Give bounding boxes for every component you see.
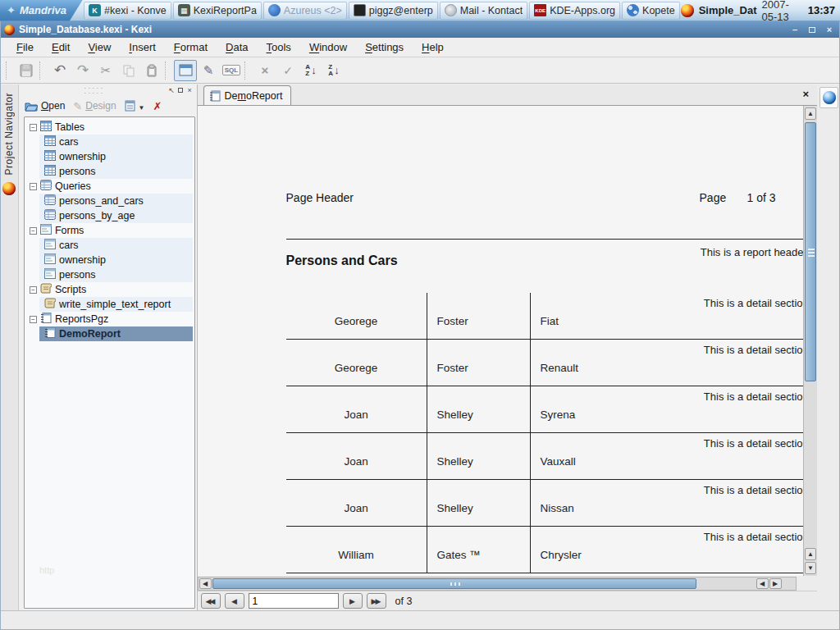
kexi-tray-icon[interactable] bbox=[681, 4, 694, 17]
data-view-button[interactable] bbox=[174, 60, 197, 81]
maximize-button[interactable] bbox=[806, 24, 819, 35]
project-navigator-tab-icon[interactable] bbox=[2, 182, 16, 195]
tree-group-tables[interactable]: −Tables bbox=[25, 120, 194, 135]
report-table: This is a detail sectioGeoregeFosterFiat… bbox=[286, 293, 805, 573]
scroll-left-button[interactable]: ◀ bbox=[199, 578, 212, 589]
collapse-icon[interactable]: − bbox=[30, 183, 37, 190]
sort-az-button[interactable]: AZ↓ bbox=[299, 60, 322, 81]
minimize-button[interactable]: – bbox=[788, 24, 801, 35]
new-object-button[interactable]: ▼ bbox=[122, 98, 148, 113]
vertical-scrollbar-thumb[interactable] bbox=[805, 122, 816, 381]
collapse-icon[interactable]: − bbox=[30, 316, 37, 323]
tree-item-label: persons bbox=[59, 166, 95, 177]
tree-item-queries-persons-and-cars[interactable]: persons_and_cars bbox=[25, 194, 194, 208]
next-page-button[interactable]: ▶ bbox=[343, 593, 363, 609]
collapse-icon[interactable]: − bbox=[30, 124, 37, 131]
dock-restore-button[interactable]: ↖ bbox=[167, 86, 176, 94]
sort-za-button[interactable]: ZA↓ bbox=[322, 60, 345, 81]
taskbar-task-azureus-2[interactable]: Azureus <2> bbox=[263, 2, 347, 20]
vertical-scrollbar[interactable]: ▲ ▲ ▼ bbox=[803, 106, 817, 576]
copy-button[interactable] bbox=[117, 60, 140, 81]
design-button[interactable]: ✎ Design bbox=[71, 98, 118, 114]
menu-data[interactable]: Data bbox=[217, 39, 257, 56]
taskbar-task-kopete[interactable]: Kopete bbox=[622, 2, 680, 20]
page-number-input[interactable] bbox=[249, 593, 339, 609]
design-view-button[interactable]: ✎ bbox=[197, 60, 220, 81]
tree-group-queries[interactable]: −Queries bbox=[25, 179, 194, 194]
azureus-icon bbox=[268, 4, 281, 16]
accept-button[interactable]: ✓ bbox=[276, 60, 299, 81]
tree-item-tables-persons[interactable]: persons bbox=[25, 164, 194, 179]
tree-item-scripts-write-simple-text-report[interactable]: write_simple_text_report bbox=[25, 297, 194, 312]
menu-insert[interactable]: Insert bbox=[120, 39, 165, 56]
scroll-right-button[interactable]: ▶ bbox=[769, 578, 782, 589]
tree-item-forms-persons[interactable]: persons bbox=[25, 267, 194, 282]
menu-tools[interactable]: Tools bbox=[258, 39, 300, 56]
menu-window[interactable]: Window bbox=[300, 39, 356, 56]
taskbar-task-mail-kontact[interactable]: Mail - Kontact bbox=[440, 2, 527, 20]
tab-demoreport[interactable]: DemoReport bbox=[203, 85, 292, 105]
dock-close-button[interactable]: × bbox=[185, 86, 194, 94]
task-label: KexiReportPa bbox=[194, 5, 257, 16]
tree-item-forms-cars[interactable]: cars bbox=[25, 238, 194, 253]
collapse-icon[interactable]: − bbox=[30, 286, 37, 294]
taskbar-task-kde-apps-org[interactable]: KDEKDE-Apps.org bbox=[529, 2, 620, 20]
menu-file[interactable]: File bbox=[7, 39, 43, 56]
cell-first-name: Georege bbox=[286, 293, 427, 339]
taskbar-task-piggz-enterp[interactable]: piggz@enterp bbox=[349, 2, 438, 20]
tray-date[interactable]: 2007-05-13 bbox=[762, 0, 803, 23]
tree-item-forms-ownership[interactable]: ownership bbox=[25, 253, 194, 267]
close-button[interactable]: × bbox=[823, 24, 836, 35]
menu-edit[interactable]: Edit bbox=[43, 39, 79, 56]
desktop-applet[interactable] bbox=[819, 87, 838, 108]
previous-page-button[interactable]: ◀ bbox=[225, 593, 244, 609]
tree-item-label: cars bbox=[59, 136, 79, 148]
menu-help[interactable]: Help bbox=[413, 39, 453, 56]
cell-surname: Shelley bbox=[427, 386, 531, 432]
tree-item-tables-ownership[interactable]: ownership bbox=[25, 149, 194, 164]
horizontal-scrollbar[interactable]: ◀ ◀ ▶ bbox=[198, 577, 797, 591]
scroll-down-button[interactable]: ▼ bbox=[805, 562, 816, 574]
new-object-icon bbox=[125, 100, 137, 112]
dock-drag-handle[interactable]: ·········· bbox=[21, 85, 167, 95]
paste-button[interactable] bbox=[140, 60, 163, 81]
tree-item-reportspgz-demoreport[interactable]: DemoReport bbox=[25, 326, 194, 341]
open-button[interactable]: Open bbox=[22, 98, 67, 113]
mandriva-start-button[interactable]: ✦ Mandriva bbox=[0, 0, 83, 21]
cancel-button[interactable]: × bbox=[253, 60, 276, 81]
last-page-button[interactable]: ▶▶ bbox=[367, 593, 386, 609]
tree-item-label: DemoReport bbox=[59, 328, 121, 340]
cell-surname: Foster bbox=[427, 293, 531, 339]
scroll-up-button-bottom[interactable]: ▲ bbox=[805, 548, 816, 560]
restore-icon bbox=[809, 27, 815, 33]
tree-group-reportspgz[interactable]: −ReportsPgz bbox=[25, 312, 194, 326]
tree-group-forms[interactable]: −Forms bbox=[25, 223, 194, 238]
delete-button[interactable]: ✗ bbox=[151, 98, 165, 114]
horizontal-scrollbar-thumb[interactable] bbox=[212, 578, 696, 589]
sql-view-button[interactable]: SQL bbox=[220, 60, 243, 81]
tray-clock[interactable]: 13:37 bbox=[808, 4, 835, 16]
menu-settings[interactable]: Settings bbox=[356, 39, 413, 56]
redo-button[interactable]: ↷ bbox=[71, 60, 94, 81]
first-page-button[interactable]: ◀◀ bbox=[201, 593, 221, 609]
cut-button[interactable]: ✂ bbox=[94, 60, 117, 81]
report-header-text: This is a report heade bbox=[701, 246, 804, 258]
tree-item-tables-cars[interactable]: cars bbox=[25, 135, 194, 149]
taskbar-task-kexireportpa[interactable]: ▦KexiReportPa bbox=[173, 2, 262, 20]
delete-x-icon: ✗ bbox=[153, 100, 162, 112]
window-titlebar[interactable]: Simple_Database.kexi - Kexi – × bbox=[1, 21, 839, 38]
scroll-up-button[interactable]: ▲ bbox=[805, 107, 816, 120]
undo-button[interactable]: ↶ bbox=[48, 60, 71, 81]
menu-view[interactable]: View bbox=[79, 39, 120, 56]
collapse-icon[interactable]: − bbox=[30, 227, 37, 235]
project-navigator-tab[interactable]: Project Navigator bbox=[3, 93, 15, 176]
tab-close-button[interactable]: × bbox=[802, 88, 809, 100]
save-button[interactable] bbox=[15, 60, 38, 81]
tree-item-queries-persons-by-age[interactable]: persons_by_age bbox=[25, 208, 194, 223]
dock-float-button[interactable] bbox=[176, 86, 185, 94]
taskbar-task-kexi-konve[interactable]: K#kexi - Konve bbox=[84, 2, 171, 20]
scroll-left-button-right[interactable]: ◀ bbox=[756, 578, 769, 589]
menu-format[interactable]: Format bbox=[165, 39, 217, 56]
active-task-label[interactable]: Simple_Dat bbox=[699, 4, 757, 16]
tree-group-scripts[interactable]: −Scripts bbox=[25, 282, 194, 297]
